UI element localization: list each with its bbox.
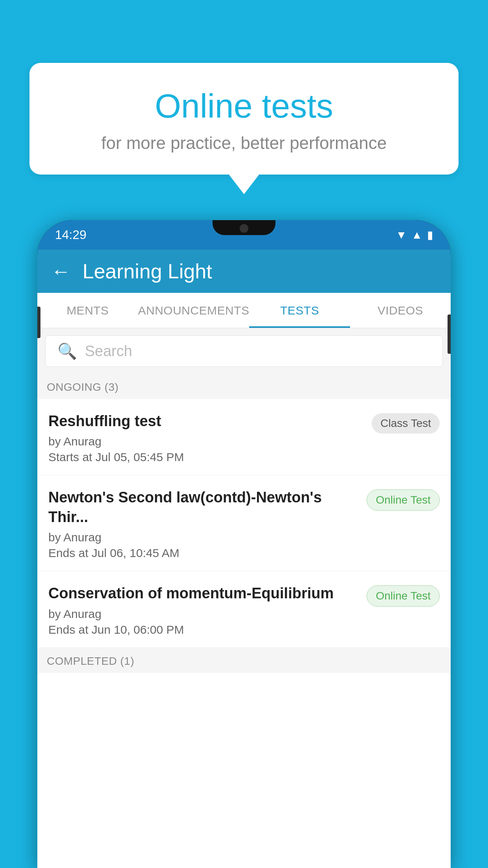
test-name-3: Conservation of momentum-Equilibrium [48, 584, 359, 603]
test-item-2[interactable]: Newton's Second law(contd)-Newton's Thir… [37, 475, 451, 571]
app-header: ← Learning Light [37, 250, 451, 293]
test-list: Reshuffling test by Anurag Starts at Jul… [37, 399, 451, 648]
test-author-2: by Anurag [48, 531, 359, 544]
tabs-bar: MENTS ANNOUNCEMENTS TESTS VIDEOS [37, 293, 451, 328]
phone-content: MENTS ANNOUNCEMENTS TESTS VIDEOS 🔍 Searc… [37, 293, 451, 868]
battery-icon: ▮ [427, 228, 433, 241]
tab-tests[interactable]: TESTS [249, 293, 350, 328]
tab-videos[interactable]: VIDEOS [350, 293, 451, 328]
search-box[interactable]: 🔍 Search [45, 335, 443, 367]
test-item-1[interactable]: Reshuffling test by Anurag Starts at Jul… [37, 399, 451, 475]
tab-ments[interactable]: MENTS [37, 293, 138, 328]
app-title: Learning Light [83, 259, 212, 283]
test-author-1: by Anurag [48, 435, 364, 448]
test-date-1: Starts at Jul 05, 05:45 PM [48, 451, 364, 464]
search-icon: 🔍 [57, 342, 77, 360]
wifi-icon: ▼ [396, 229, 407, 241]
bubble-title: Online tests [49, 86, 439, 125]
test-badge-1: Class Test [372, 413, 440, 434]
status-time: 14:29 [55, 228, 86, 242]
phone-frame: 14:29 ▼ ▲ ▮ ← Learning Light MENTS ANNOU… [37, 220, 451, 868]
ongoing-section-header: ONGOING (3) [37, 374, 451, 399]
test-badge-2: Online Test [367, 489, 440, 511]
tab-announcements[interactable]: ANNOUNCEMENTS [138, 293, 249, 328]
completed-section-header: COMPLETED (1) [37, 648, 451, 673]
status-icons: ▼ ▲ ▮ [396, 228, 433, 241]
test-date-3: Ends at Jun 10, 06:00 PM [48, 623, 359, 636]
search-placeholder: Search [85, 343, 132, 360]
test-badge-3: Online Test [367, 585, 440, 607]
camera-notch [240, 224, 248, 233]
search-container: 🔍 Search [37, 328, 451, 374]
test-info-3: Conservation of momentum-Equilibrium by … [48, 584, 367, 636]
test-date-2: Ends at Jul 06, 10:45 AM [48, 546, 359, 560]
test-item-3[interactable]: Conservation of momentum-Equilibrium by … [37, 571, 451, 647]
test-name-2: Newton's Second law(contd)-Newton's Thir… [48, 488, 359, 527]
test-name-1: Reshuffling test [48, 412, 364, 431]
back-button[interactable]: ← [51, 260, 71, 283]
status-bar: 14:29 ▼ ▲ ▮ [37, 220, 451, 250]
test-info-2: Newton's Second law(contd)-Newton's Thir… [48, 488, 367, 560]
test-info-1: Reshuffling test by Anurag Starts at Jul… [48, 412, 372, 464]
bubble-subtitle: for more practice, better performance [49, 133, 439, 153]
signal-icon: ▲ [411, 229, 422, 241]
speech-bubble: Online tests for more practice, better p… [29, 63, 459, 175]
test-author-3: by Anurag [48, 607, 359, 621]
